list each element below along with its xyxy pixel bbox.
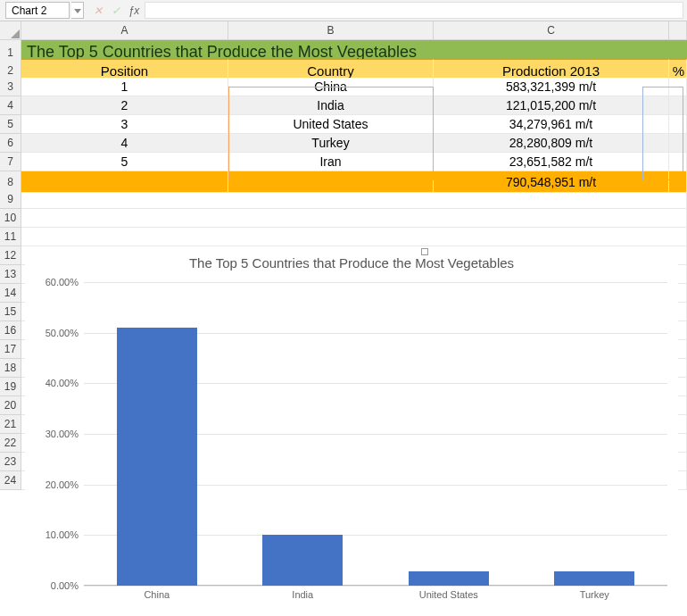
cell-country[interactable]: United States bbox=[228, 115, 434, 134]
chart-ytick: 10.00% bbox=[46, 529, 79, 540]
chart-ytick: 30.00% bbox=[46, 429, 79, 439]
chart-ytick: 50.00% bbox=[46, 328, 79, 338]
cell-production[interactable]: 121,015,200 m/t bbox=[434, 96, 669, 115]
col-header-a[interactable]: A bbox=[21, 21, 228, 40]
cell-empty[interactable] bbox=[669, 115, 687, 134]
row-header[interactable]: 14 bbox=[0, 284, 21, 303]
row-header[interactable]: 3 bbox=[0, 78, 21, 96]
row-header[interactable]: 9 bbox=[0, 190, 21, 209]
chart-bar[interactable] bbox=[554, 571, 634, 586]
cell-position[interactable]: 4 bbox=[21, 134, 228, 153]
cancel-icon: ✕ bbox=[89, 0, 107, 21]
row-header[interactable]: 17 bbox=[0, 340, 21, 359]
cell-country[interactable]: Turkey bbox=[228, 134, 434, 153]
chart-title[interactable]: The Top 5 Countries that Produce the Mos… bbox=[25, 252, 678, 279]
row-header[interactable]: 7 bbox=[0, 153, 21, 171]
row-header[interactable]: 5 bbox=[0, 115, 21, 134]
chart-gridline bbox=[84, 586, 667, 587]
row-header[interactable]: 19 bbox=[0, 378, 21, 396]
chart-ytick: 0.00% bbox=[51, 580, 79, 591]
cell-empty[interactable] bbox=[21, 190, 687, 209]
chart-xlabel: Turkey bbox=[580, 589, 609, 600]
row-header[interactable]: 22 bbox=[0, 434, 21, 453]
enter-icon: ✓ bbox=[107, 0, 125, 21]
cell-empty[interactable] bbox=[669, 96, 687, 115]
cell-empty[interactable] bbox=[21, 228, 687, 246]
cell-production[interactable]: 34,279,961 m/t bbox=[434, 115, 669, 134]
cell-position[interactable]: 2 bbox=[21, 96, 228, 115]
name-box[interactable]: Chart 2 bbox=[5, 2, 70, 19]
row-header[interactable]: 18 bbox=[0, 359, 21, 378]
chart-ytick: 40.00% bbox=[46, 378, 79, 388]
row-header[interactable]: 15 bbox=[0, 303, 21, 321]
cell-empty[interactable] bbox=[21, 209, 687, 228]
cell-empty[interactable] bbox=[669, 78, 687, 96]
cell-country[interactable]: Iran bbox=[228, 153, 434, 171]
row-header[interactable]: 4 bbox=[0, 96, 21, 115]
row-header[interactable]: 24 bbox=[0, 471, 21, 490]
col-header-b[interactable]: B bbox=[228, 21, 434, 40]
row-header[interactable]: 6 bbox=[0, 134, 21, 153]
fx-icon[interactable]: ƒx bbox=[125, 0, 143, 21]
formula-input[interactable] bbox=[145, 2, 683, 19]
row-header[interactable]: 12 bbox=[0, 246, 21, 265]
row-header[interactable]: 23 bbox=[0, 453, 21, 471]
chart-xlabel: United States bbox=[419, 589, 478, 600]
cell-position[interactable]: 5 bbox=[21, 153, 228, 171]
cell-country[interactable]: China bbox=[228, 78, 434, 96]
cell-production[interactable]: 23,651,582 m/t bbox=[434, 153, 669, 171]
chart-bar[interactable] bbox=[262, 535, 343, 586]
select-all-corner[interactable] bbox=[0, 21, 21, 40]
row-header[interactable]: 16 bbox=[0, 321, 21, 340]
row-header[interactable]: 13 bbox=[0, 265, 21, 284]
chart-resize-handle[interactable] bbox=[421, 248, 428, 255]
cell-empty[interactable] bbox=[669, 134, 687, 153]
chart-xlabel: India bbox=[292, 589, 313, 600]
row-header[interactable]: 10 bbox=[0, 209, 21, 228]
cell-production[interactable]: 28,280,809 m/t bbox=[434, 134, 669, 153]
chart-bar[interactable] bbox=[117, 328, 197, 586]
cell-country[interactable]: India bbox=[228, 96, 434, 115]
formula-bar: Chart 2 ✕ ✓ ƒx bbox=[0, 0, 687, 21]
cell-position[interactable]: 1 bbox=[21, 78, 228, 96]
chart-ytick: 60.00% bbox=[46, 277, 79, 287]
cell-empty[interactable] bbox=[669, 153, 687, 171]
row-header[interactable]: 21 bbox=[0, 415, 21, 434]
cell-position[interactable]: 3 bbox=[21, 115, 228, 134]
chart-ytick: 20.00% bbox=[46, 479, 79, 490]
chart-object[interactable]: The Top 5 Countries that Produce the Mos… bbox=[25, 252, 678, 609]
chart-bar[interactable] bbox=[409, 571, 489, 586]
name-box-dropdown[interactable] bbox=[71, 2, 84, 19]
col-header-d[interactable] bbox=[669, 21, 687, 40]
chart-xlabel: China bbox=[144, 589, 170, 600]
row-header[interactable]: 11 bbox=[0, 228, 21, 246]
col-header-c[interactable]: C bbox=[434, 21, 669, 40]
chart-gridline bbox=[84, 282, 667, 283]
row-header[interactable]: 20 bbox=[0, 396, 21, 415]
cell-production[interactable]: 583,321,399 m/t bbox=[434, 78, 669, 96]
chart-plot-area: 0.00%10.00%20.00%30.00%40.00%50.00%60.00… bbox=[84, 282, 667, 586]
